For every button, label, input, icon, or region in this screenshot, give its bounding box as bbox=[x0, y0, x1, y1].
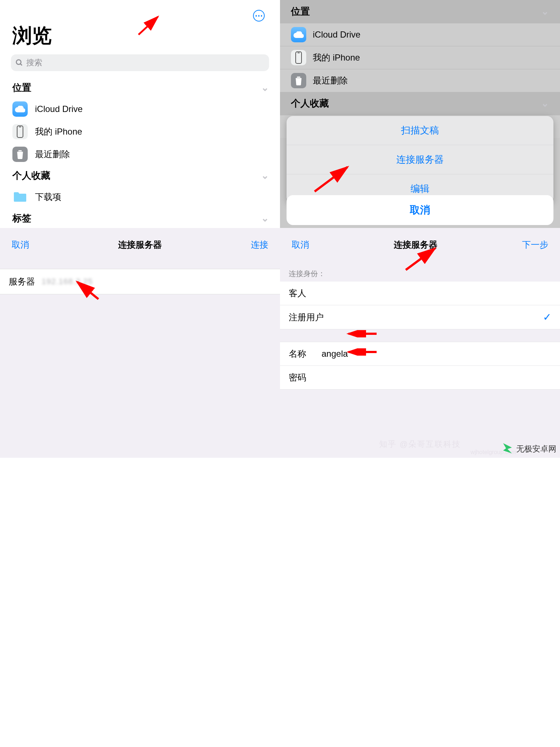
favorites-header-2[interactable]: 个人收藏 ⌄ bbox=[280, 92, 560, 115]
server-label: 服务器 bbox=[9, 276, 42, 287]
search-icon bbox=[15, 59, 23, 67]
more-icon[interactable]: ⋯ bbox=[253, 10, 265, 22]
chevron-down-icon: ⌄ bbox=[261, 82, 269, 93]
cloud-icon bbox=[12, 101, 28, 117]
cancel-button[interactable]: 取消 bbox=[292, 239, 309, 251]
nav-title: 连接服务器 bbox=[394, 239, 438, 251]
check-icon: ✓ bbox=[543, 311, 551, 323]
browse-panel: ⋯ 浏览 搜索 位置 ⌄ iCloud Drive 我的 iPhone bbox=[0, 0, 280, 228]
cancel-button[interactable]: 取消 bbox=[287, 195, 553, 225]
svg-line-1 bbox=[20, 64, 22, 66]
server-field[interactable]: 服务器 192.168.3.25 bbox=[0, 269, 280, 294]
locations-header-2[interactable]: 位置 ⌄ bbox=[280, 0, 560, 23]
svg-rect-5 bbox=[296, 52, 302, 63]
password-field[interactable]: 密码 bbox=[280, 366, 560, 390]
favorite-downloads[interactable]: 下载项 bbox=[0, 186, 280, 208]
folder-icon bbox=[12, 189, 28, 205]
svg-rect-2 bbox=[17, 126, 23, 138]
scan-documents-action[interactable]: 扫描文稿 bbox=[287, 116, 553, 145]
connect-identity-panel: 取消 连接服务器 下一步 连接身份： 客人 注册用户 ✓ 名称 angela 密… bbox=[280, 228, 560, 458]
tags-header[interactable]: 标签 ⌄ bbox=[0, 208, 280, 228]
location-icloud-2[interactable]: iCloud Drive bbox=[280, 23, 560, 46]
connect-server-panel: 取消 连接服务器 连接 服务器 192.168.3.25 bbox=[0, 228, 280, 458]
trash-icon bbox=[291, 73, 306, 88]
password-label: 密码 bbox=[289, 372, 314, 383]
location-deleted[interactable]: 最近删除 bbox=[0, 143, 280, 166]
svg-rect-3 bbox=[19, 127, 21, 127]
svg-point-0 bbox=[16, 60, 21, 65]
guest-option[interactable]: 客人 bbox=[280, 282, 560, 305]
action-sheet-panel: 位置 ⌄ iCloud Drive 我的 iPhone 最近删除 个人收藏 ⌄ bbox=[280, 0, 560, 228]
name-label: 名称 bbox=[289, 348, 314, 360]
favorites-header[interactable]: 个人收藏 ⌄ bbox=[0, 166, 280, 186]
search-placeholder: 搜索 bbox=[26, 57, 42, 68]
location-deleted-2[interactable]: 最近删除 bbox=[280, 69, 560, 92]
chevron-down-icon: ⌄ bbox=[541, 6, 549, 17]
chevron-down-icon: ⌄ bbox=[261, 170, 269, 181]
registered-option[interactable]: 注册用户 ✓ bbox=[280, 305, 560, 329]
page-title: 浏览 bbox=[12, 23, 269, 49]
connect-as-label: 连接身份： bbox=[280, 262, 560, 282]
cloud-icon bbox=[291, 27, 306, 42]
logo-icon bbox=[501, 442, 514, 456]
svg-rect-6 bbox=[298, 53, 300, 53]
nav-title: 连接服务器 bbox=[118, 239, 162, 251]
connect-button[interactable]: 连接 bbox=[251, 239, 268, 251]
search-input[interactable]: 搜索 bbox=[11, 54, 269, 71]
name-field[interactable]: 名称 angela bbox=[280, 342, 560, 366]
navbar: 取消 连接服务器 下一步 bbox=[280, 228, 560, 262]
chevron-down-icon: ⌄ bbox=[541, 98, 549, 109]
connect-server-action[interactable]: 连接服务器 bbox=[287, 145, 553, 174]
cancel-button[interactable]: 取消 bbox=[12, 239, 29, 251]
iphone-icon bbox=[12, 124, 28, 139]
iphone-icon bbox=[291, 50, 306, 65]
location-iphone[interactable]: 我的 iPhone bbox=[0, 120, 280, 143]
location-iphone-2[interactable]: 我的 iPhone bbox=[280, 46, 560, 69]
next-button[interactable]: 下一步 bbox=[522, 239, 548, 251]
trash-icon bbox=[12, 147, 28, 162]
chevron-down-icon: ⌄ bbox=[261, 213, 269, 224]
server-value: 192.168.3.25 bbox=[42, 277, 93, 286]
site-logo: 无极安卓网 bbox=[497, 440, 560, 458]
locations-header[interactable]: 位置 ⌄ bbox=[0, 78, 280, 98]
action-sheet: 扫描文稿 连接服务器 编辑 bbox=[287, 116, 553, 203]
location-icloud[interactable]: iCloud Drive bbox=[0, 98, 280, 120]
name-value: angela bbox=[322, 349, 348, 359]
navbar: 取消 连接服务器 连接 bbox=[0, 228, 280, 262]
